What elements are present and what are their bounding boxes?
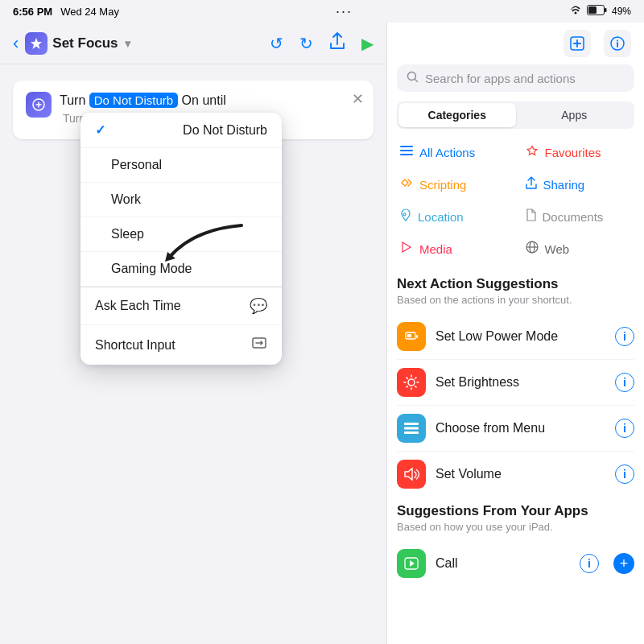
tabs-row: Categories Apps: [397, 101, 634, 129]
cat-label-location: Location: [418, 210, 464, 224]
suggestions-from-apps-subtitle: Based on how you use your iPad.: [397, 521, 634, 533]
battery-percent: 49%: [612, 6, 631, 17]
cat-label-sharing: Sharing: [543, 178, 585, 192]
right-panel-header: [387, 23, 644, 64]
svg-rect-20: [404, 431, 419, 434]
categories-grid: All Actions Favourites: [397, 138, 634, 263]
svg-rect-1: [588, 6, 597, 14]
choose-from-menu-label: Choose from Menu: [436, 421, 605, 436]
dropdown-menu: Do Not Disturb Personal Work Sleep Gamin…: [80, 113, 282, 365]
svg-point-7: [617, 40, 618, 42]
back-button[interactable]: ‹: [13, 33, 19, 54]
cat-item-all-actions[interactable]: All Actions: [397, 138, 510, 167]
dropdown-item-shortcut-input[interactable]: Shortcut Input: [80, 325, 282, 365]
action-item-set-low-power-mode[interactable]: Set Low Power Mode i: [397, 314, 634, 360]
status-date: Wed 24 May: [60, 6, 119, 18]
cat-item-sharing[interactable]: Sharing: [522, 170, 635, 199]
info-button[interactable]: [604, 30, 631, 57]
cat-label-media: Media: [419, 242, 452, 256]
call-label: Call: [436, 556, 570, 571]
action-item-set-volume[interactable]: Set Volume i: [397, 452, 634, 497]
cat-label-scripting: Scripting: [419, 178, 466, 192]
wifi-icon: [569, 6, 582, 18]
svg-rect-15: [416, 335, 418, 338]
dropdown-item-ask-each-time[interactable]: Ask Each Time 💬: [80, 287, 282, 325]
svg-marker-22: [410, 560, 415, 567]
svg-point-17: [408, 379, 415, 386]
svg-rect-18: [404, 423, 419, 425]
dropdown-item-do-not-disturb[interactable]: Do Not Disturb: [80, 113, 282, 148]
dropdown-item-gaming-mode[interactable]: Gaming Mode: [80, 252, 282, 287]
dropdown-item-personal[interactable]: Personal: [80, 148, 282, 183]
set-brightness-label: Set Brightness: [436, 375, 605, 390]
action-highlighted[interactable]: Do Not Disturb: [89, 93, 178, 108]
location-icon: [400, 208, 411, 225]
set-volume-info[interactable]: i: [615, 464, 634, 484]
status-dots: ···: [336, 3, 353, 20]
action-suffix: On until: [182, 93, 226, 107]
play-button[interactable]: ▶: [361, 34, 374, 53]
cat-label-documents: Documents: [543, 210, 604, 224]
tab-categories[interactable]: Categories: [398, 103, 516, 127]
dropdown-item-sleep[interactable]: Sleep: [80, 217, 282, 252]
add-shortcut-button[interactable]: [564, 30, 591, 57]
call-info[interactable]: i: [580, 554, 599, 573]
action-item-choose-from-menu[interactable]: Choose from Menu i: [397, 406, 634, 452]
status-bar: 6:56 PM Wed 24 May ··· 49%: [0, 0, 644, 23]
next-action-title: Next Action Suggestions: [397, 276, 634, 292]
categories-section: All Actions Favourites: [387, 138, 644, 644]
dropdown-label-sleep: Sleep: [111, 227, 144, 242]
call-add-button[interactable]: +: [613, 553, 634, 574]
cat-item-web[interactable]: Web: [522, 234, 635, 263]
suggestions-from-apps-title: Suggestions From Your Apps: [397, 503, 634, 519]
dropdown-label-personal: Personal: [111, 158, 162, 172]
left-panel: ‹ Set Focus ▾ ↺ ↻: [0, 23, 386, 644]
close-button[interactable]: ✕: [352, 90, 364, 108]
media-icon: [400, 241, 413, 257]
set-low-power-mode-info[interactable]: i: [615, 327, 634, 346]
right-panel: Search for apps and actions Categories A…: [386, 23, 644, 644]
cat-item-location[interactable]: Location: [397, 202, 510, 231]
cat-item-documents[interactable]: Documents: [522, 202, 635, 231]
web-icon: [526, 241, 539, 257]
all-actions-icon: [400, 146, 413, 160]
scripting-icon: [400, 176, 413, 192]
dropdown-item-work[interactable]: Work: [80, 183, 282, 217]
cat-item-favourites[interactable]: Favourites: [522, 138, 635, 167]
cat-label-web: Web: [545, 242, 570, 256]
action-item-call[interactable]: Call i +: [397, 541, 634, 586]
dropdown-label-ask-each-time: Ask Each Time: [95, 299, 181, 313]
share-button[interactable]: [329, 32, 345, 54]
nav-title: Set Focus ▾: [25, 32, 130, 55]
svg-rect-19: [404, 427, 419, 430]
undo-button[interactable]: ↺: [270, 34, 283, 53]
choose-from-menu-info[interactable]: i: [615, 419, 634, 438]
suggestions-from-apps: Suggestions From Your Apps Based on how …: [397, 503, 634, 586]
action-item-set-brightness[interactable]: Set Brightness i: [397, 360, 634, 406]
nav-actions: ↺ ↻ ▶: [270, 32, 374, 54]
battery-icon: [587, 5, 607, 18]
set-low-power-mode-label: Set Low Power Mode: [436, 329, 605, 344]
shortcut-input-icon: [251, 335, 267, 355]
set-brightness-info[interactable]: i: [615, 373, 634, 392]
status-right: 49%: [569, 5, 631, 18]
cat-label-all-actions: All Actions: [419, 146, 475, 159]
cat-item-media[interactable]: Media: [397, 234, 510, 263]
chevron-down-icon[interactable]: ▾: [125, 37, 130, 50]
choose-from-menu-icon: [397, 414, 426, 443]
back-chevron-icon: ‹: [13, 33, 19, 54]
search-bar[interactable]: Search for apps and actions: [397, 64, 634, 92]
favourites-icon: [526, 145, 539, 160]
shortcuts-icon: [25, 32, 47, 55]
search-placeholder: Search for apps and actions: [425, 72, 576, 85]
status-time: 6:56 PM: [13, 6, 52, 18]
svg-point-8: [408, 72, 416, 80]
action-block-icon: [26, 92, 52, 118]
tab-apps[interactable]: Apps: [516, 103, 634, 127]
next-action-subtitle: Based on the actions in your shortcut.: [397, 294, 634, 306]
cat-item-scripting[interactable]: Scripting: [397, 170, 510, 199]
shortcut-content: Turn Do Not Disturb On until Turned ✕ Do…: [0, 64, 386, 644]
call-icon: [397, 549, 426, 578]
redo-button[interactable]: ↻: [299, 34, 313, 53]
svg-rect-2: [605, 8, 607, 12]
